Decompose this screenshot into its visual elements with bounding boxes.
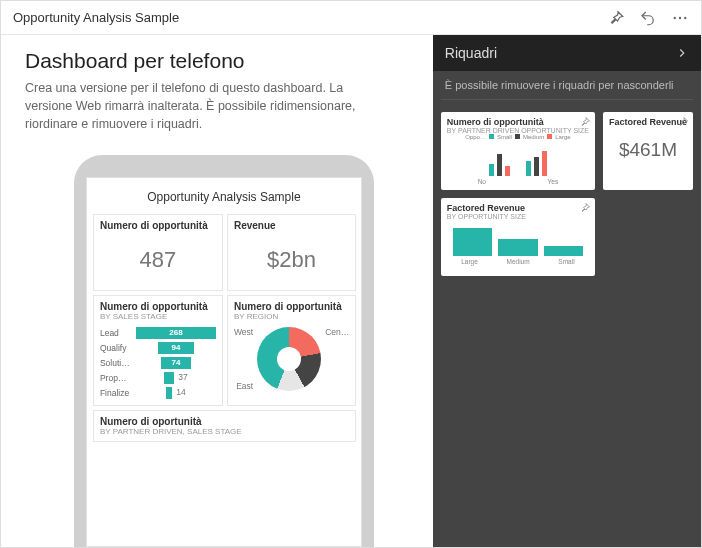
- x-axis-labels: No Yes: [447, 178, 589, 185]
- divider: [441, 99, 693, 100]
- tile-value: $2bn: [234, 231, 349, 285]
- card-factored-revenue-size[interactable]: Factored Revenue BY OPPORTUNITY SIZE Lar…: [441, 198, 595, 276]
- chart-legend: Oppo… Small Medium Large: [447, 134, 589, 140]
- page-title: Opportunity Analysis Sample: [13, 10, 607, 25]
- tile-subtitle: BY SALES STAGE: [100, 312, 216, 321]
- tile-cards: Numero di opportunità BY PARTNER DRIVEN …: [433, 104, 701, 284]
- card-title: Factored Revenue: [609, 117, 687, 127]
- right-panel-title: Riquadri: [445, 45, 675, 61]
- card-title: Factored Revenue: [447, 203, 589, 213]
- tile-revenue[interactable]: Revenue $2bn: [227, 214, 356, 291]
- left-pane: Dashboard per telefono Crea una versione…: [1, 35, 433, 547]
- x-axis-labels: Large Medium Small: [447, 258, 589, 265]
- card-value: $461M: [609, 127, 687, 161]
- svg-point-0: [674, 16, 676, 18]
- pin-icon[interactable]: [579, 116, 591, 128]
- tile-opportunity-by-stage[interactable]: Numero di opportunità BY SALES STAGE Lea…: [93, 295, 223, 406]
- phone-frame: Opportunity Analysis Sample Numero di op…: [74, 155, 374, 547]
- tile-title: Numero di oportunità: [100, 416, 349, 427]
- card-subtitle: BY OPPORTUNITY SIZE: [447, 213, 589, 220]
- undo-icon[interactable]: [639, 9, 657, 27]
- more-icon[interactable]: [671, 9, 689, 27]
- funnel-chart: Lead268 Qualify94 Soluti…74 Prop…37 Fina…: [100, 325, 216, 400]
- pane-title: Dashboard per telefono: [25, 49, 423, 73]
- tile-opportunity-count[interactable]: Numero di opportunità 487: [93, 214, 223, 291]
- svg-point-1: [679, 16, 681, 18]
- bar-chart: [449, 146, 587, 176]
- card-opportunity-partner[interactable]: Numero di opportunità BY PARTNER DRIVEN …: [441, 112, 595, 190]
- tile-title: Revenue: [234, 220, 349, 231]
- topbar-actions: [607, 9, 689, 27]
- pin-icon[interactable]: [677, 116, 689, 128]
- phone-screen[interactable]: Opportunity Analysis Sample Numero di op…: [86, 177, 362, 547]
- donut-icon: [257, 327, 321, 391]
- phone-dashboard-title: Opportunity Analysis Sample: [93, 186, 355, 214]
- tile-title: Numero di opportunità: [234, 301, 349, 312]
- card-title: Numero di opportunità: [447, 117, 589, 127]
- card-subtitle: BY PARTNER DRIVEN OPPORTUNITY SIZE: [447, 127, 589, 134]
- phone-preview-stage: Opportunity Analysis Sample Numero di op…: [25, 149, 423, 547]
- svg-point-2: [684, 16, 686, 18]
- tile-opportunity-partner[interactable]: Numero di oportunità BY PARTNER DRIVEN, …: [93, 410, 356, 442]
- right-panel-header[interactable]: Riquadri: [433, 35, 701, 71]
- tile-subtitle: BY PARTNER DRIVEN, SALES STAGE: [100, 427, 349, 436]
- tile-title: Numero di opportunità: [100, 220, 216, 231]
- topbar: Opportunity Analysis Sample: [1, 1, 701, 35]
- tile-value: 487: [100, 231, 216, 285]
- right-panel-subtitle: È possibile rimuovere i riquadri per nas…: [433, 71, 701, 95]
- tile-opportunity-by-region[interactable]: Numero di opportunità BY REGION West Eas…: [227, 295, 356, 406]
- pin-icon[interactable]: [579, 202, 591, 214]
- pin-icon[interactable]: [607, 9, 625, 27]
- right-pane: Riquadri È possibile rimuovere i riquadr…: [433, 35, 701, 547]
- tile-title: Numero di opportunità: [100, 301, 216, 312]
- bar-chart: [453, 226, 583, 256]
- card-factored-revenue[interactable]: Factored Revenue $461M: [603, 112, 693, 190]
- pie-chart: West East Cen…: [234, 321, 349, 397]
- chevron-right-icon: [675, 46, 689, 60]
- pane-description: Crea una versione per il telefono di que…: [25, 79, 385, 133]
- tile-subtitle: BY REGION: [234, 312, 349, 321]
